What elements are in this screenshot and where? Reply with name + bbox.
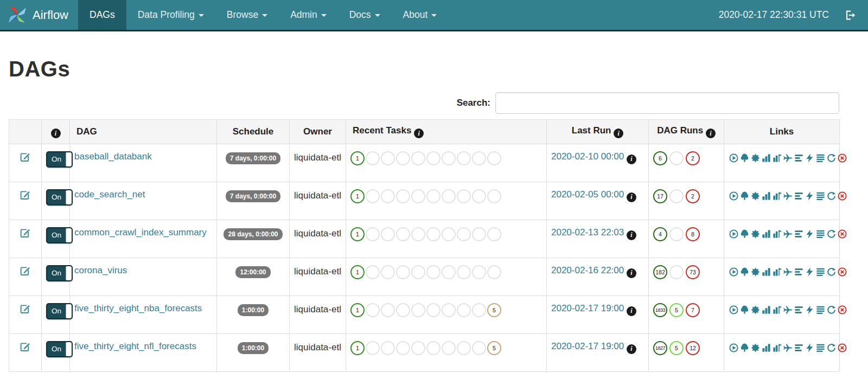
dag-run-circle[interactable] [669, 227, 684, 241]
dag-run-circle[interactable]: 1833 [653, 303, 667, 317]
last-run-link[interactable]: 2020-02-05 00:00 [551, 189, 627, 200]
schedule-badge[interactable]: 12:00:00 [235, 266, 270, 278]
info-icon[interactable]: i [627, 230, 636, 240]
recent-task-circle[interactable] [426, 265, 441, 279]
dag-link[interactable]: common_crawl_index_summary [74, 227, 207, 237]
tree-view-icon[interactable] [739, 343, 750, 353]
edit-dag-icon[interactable] [20, 303, 31, 314]
recent-task-circle[interactable]: 1 [350, 341, 365, 355]
dag-pause-toggle[interactable]: On [46, 341, 73, 357]
dag-link[interactable]: five_thirty_eight_nba_forecasts [74, 303, 202, 313]
recent-task-circle[interactable] [487, 189, 501, 203]
dag-run-circle[interactable]: 6 [653, 151, 667, 165]
trigger-dag-icon[interactable] [729, 343, 739, 353]
last-run-link[interactable]: 2020-02-10 00:00 [551, 151, 627, 162]
recent-task-circle[interactable] [457, 227, 471, 241]
recent-task-circle[interactable] [442, 151, 456, 165]
dag-run-circle[interactable]: 12 [686, 341, 700, 355]
landing-times-icon[interactable] [783, 343, 793, 353]
gantt-view-icon[interactable] [794, 191, 804, 201]
code-view-icon[interactable] [805, 267, 815, 277]
dag-details-icon[interactable] [815, 191, 826, 201]
recent-task-circle[interactable] [457, 151, 471, 165]
trigger-dag-icon[interactable] [729, 229, 739, 239]
dag-details-icon[interactable] [815, 229, 826, 239]
task-tries-icon[interactable] [772, 229, 782, 239]
dag-link[interactable]: baseball_databank [74, 151, 152, 162]
task-tries-icon[interactable] [772, 267, 782, 277]
tree-view-icon[interactable] [739, 305, 750, 315]
info-icon[interactable]: i [627, 344, 636, 354]
recent-task-circle[interactable] [381, 265, 395, 279]
recent-task-circle[interactable]: 1 [350, 189, 365, 203]
delete-dag-icon[interactable] [837, 153, 847, 163]
edit-dag-icon[interactable] [20, 265, 31, 277]
recent-task-circle[interactable] [411, 341, 425, 355]
nav-item-browse[interactable]: Browse [215, 0, 279, 30]
dag-link[interactable]: code_search_net [74, 189, 145, 200]
refresh-icon[interactable] [826, 305, 837, 315]
airflow-brand[interactable]: Airflow [0, 0, 78, 30]
dag-pause-toggle[interactable]: On [46, 189, 73, 205]
recent-task-circle[interactable] [381, 227, 395, 241]
edit-dag-icon[interactable] [20, 341, 31, 352]
recent-task-circle[interactable] [457, 303, 471, 317]
recent-task-circle[interactable] [411, 151, 425, 165]
schedule-badge[interactable]: 1:00:00 [238, 304, 269, 316]
refresh-icon[interactable] [826, 229, 837, 239]
code-view-icon[interactable] [805, 191, 815, 201]
info-icon[interactable]: i [627, 155, 636, 164]
graph-view-icon[interactable] [750, 343, 761, 353]
recent-task-circle[interactable] [457, 265, 471, 279]
recent-task-circle[interactable] [411, 227, 425, 241]
task-tries-icon[interactable] [772, 153, 782, 163]
delete-dag-icon[interactable] [837, 267, 847, 277]
dag-run-circle[interactable]: 5 [669, 303, 684, 317]
recent-task-circle[interactable] [366, 189, 380, 203]
nav-item-admin[interactable]: Admin [279, 0, 338, 30]
tree-view-icon[interactable] [739, 267, 750, 277]
task-duration-icon[interactable] [761, 343, 771, 353]
task-tries-icon[interactable] [772, 191, 782, 201]
recent-task-circle[interactable] [396, 189, 410, 203]
recent-task-circle[interactable] [381, 151, 395, 165]
dag-run-circle[interactable] [669, 151, 684, 165]
dag-run-circle[interactable]: 7 [686, 303, 700, 317]
recent-task-circle[interactable] [381, 303, 395, 317]
logout-button[interactable] [844, 9, 856, 21]
recent-task-circle[interactable]: 1 [350, 265, 365, 279]
recent-task-circle[interactable] [487, 151, 501, 165]
recent-task-circle[interactable]: 5 [487, 341, 501, 355]
refresh-icon[interactable] [826, 191, 837, 201]
graph-view-icon[interactable] [750, 191, 761, 201]
recent-task-circle[interactable] [426, 151, 441, 165]
dag-run-circle[interactable]: 4 [653, 227, 667, 241]
trigger-dag-icon[interactable] [729, 305, 739, 315]
dag-run-circle[interactable]: 2 [686, 189, 700, 203]
edit-dag-icon[interactable] [20, 227, 31, 239]
code-view-icon[interactable] [805, 153, 815, 163]
gantt-view-icon[interactable] [794, 267, 804, 277]
delete-dag-icon[interactable] [837, 305, 847, 315]
recent-task-circle[interactable] [442, 227, 456, 241]
task-duration-icon[interactable] [761, 229, 771, 239]
delete-dag-icon[interactable] [837, 191, 847, 201]
dag-run-circle[interactable] [669, 189, 684, 203]
info-icon[interactable]: i [627, 192, 636, 202]
tree-view-icon[interactable] [739, 229, 750, 239]
dag-run-circle[interactable]: 17 [653, 189, 667, 203]
refresh-icon[interactable] [826, 153, 837, 163]
info-icon[interactable]: i [614, 129, 623, 138]
info-icon[interactable]: i [414, 129, 424, 138]
last-run-link[interactable]: 2020-02-16 22:00 [551, 265, 627, 275]
gantt-view-icon[interactable] [794, 229, 804, 239]
recent-task-circle[interactable]: 1 [350, 227, 365, 241]
last-run-link[interactable]: 2020-02-17 19:00 [551, 341, 627, 351]
recent-task-circle[interactable] [396, 151, 410, 165]
recent-task-circle[interactable] [472, 189, 486, 203]
recent-task-circle[interactable] [426, 189, 441, 203]
dag-pause-toggle[interactable]: On [46, 265, 73, 281]
edit-dag-icon[interactable] [20, 189, 31, 201]
recent-task-circle[interactable] [411, 265, 425, 279]
edit-dag-icon[interactable] [20, 151, 31, 163]
